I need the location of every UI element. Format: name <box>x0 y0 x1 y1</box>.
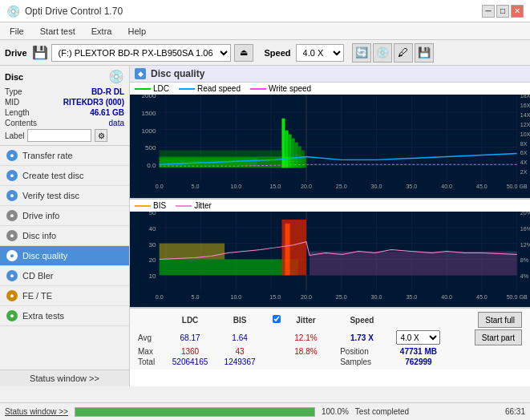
svg-rect-50 <box>160 150 282 168</box>
disc-panel-icon: 💿 <box>108 69 124 84</box>
save-button[interactable]: 💾 <box>415 43 434 63</box>
svg-text:20%: 20% <box>520 212 530 216</box>
status-window-button[interactable]: Status window >> <box>0 370 129 386</box>
drive-select[interactable]: (F:) PLEXTOR BD-R PX-LB950SA 1.06 <box>51 44 231 62</box>
sidebar-item-disc-info[interactable]: ●Disc info <box>0 226 129 246</box>
status-window-button-bottom[interactable]: Status window >> <box>5 407 68 416</box>
svg-text:16%: 16% <box>520 226 530 232</box>
mid-label: MID <box>5 98 19 107</box>
menu-start-test[interactable]: Start test <box>37 26 79 37</box>
speed-label: Speed <box>265 48 291 58</box>
svg-rect-77 <box>160 260 298 276</box>
jitter-legend-color <box>176 205 192 207</box>
sidebar-label-create-test-disc: Create test disc <box>22 171 83 180</box>
drive-selector: 💾 (F:) PLEXTOR BD-R PX-LB950SA 1.06 ⏏ <box>32 44 253 62</box>
disc-label-input[interactable] <box>27 129 91 142</box>
bottom-chart-container: 50 40 30 20 10 20% 16% 12% 8% 4% <box>130 212 530 308</box>
status-bar: Status window >> 100.0% Test completed 6… <box>0 402 530 420</box>
create-test-disc-icon: ● <box>6 170 18 181</box>
max-bis: 43 <box>216 346 264 357</box>
start-part-button[interactable]: Start part <box>475 329 522 345</box>
disc-quality-header: ◆ Disc quality <box>130 66 530 83</box>
disc-label-button[interactable]: ⚙ <box>95 129 107 142</box>
menu-bar: File Start test Extra Help <box>0 22 530 40</box>
speed-header: Speed <box>324 311 386 329</box>
sidebar-label-drive-info: Drive info <box>22 211 59 220</box>
total-bis: 1249367 <box>216 357 264 367</box>
svg-text:50.0 GB: 50.0 GB <box>507 184 528 189</box>
title-bar: 💿 Opti Drive Control 1.70 ─ □ ✕ <box>0 0 530 22</box>
sidebar-label-transfer-rate: Transfer rate <box>22 151 73 160</box>
progress-percent: 100.0% <box>322 407 349 416</box>
elapsed-time: 66:31 <box>505 407 525 416</box>
start-full-button[interactable]: Start full <box>478 312 522 328</box>
sidebar-item-transfer-rate[interactable]: ●Transfer rate <box>0 146 129 166</box>
bottom-chart-legend: BIS Jitter <box>130 199 530 212</box>
svg-text:8X: 8X <box>520 141 528 147</box>
menu-extra[interactable]: Extra <box>88 26 115 37</box>
svg-text:20.0: 20.0 <box>301 294 312 300</box>
refresh-button[interactable]: 🔄 <box>352 43 371 63</box>
svg-text:6X: 6X <box>520 150 528 155</box>
jitter-header: Jitter <box>288 311 324 329</box>
svg-text:4X: 4X <box>520 160 528 165</box>
maximize-button[interactable]: □ <box>496 5 509 18</box>
status-text: Test completed <box>355 407 409 416</box>
ldc-legend-label: LDC <box>153 84 169 93</box>
svg-text:16X: 16X <box>520 103 530 108</box>
sidebar-label-cd-bler: CD Bler <box>22 271 54 281</box>
svg-rect-46 <box>292 139 295 168</box>
sidebar-item-drive-info[interactable]: ●Drive info <box>0 206 129 226</box>
bis-header: BIS <box>216 311 264 329</box>
speed-select-small[interactable]: 4.0 X <box>396 330 440 345</box>
sidebar-item-extra-tests[interactable]: ●Extra tests <box>0 306 129 326</box>
drive-info-icon: ● <box>6 210 18 221</box>
menu-file[interactable]: File <box>6 26 27 37</box>
svg-rect-81 <box>310 252 517 276</box>
svg-text:0.0: 0.0 <box>156 184 164 189</box>
burn-button[interactable]: 🖊 <box>394 43 413 63</box>
close-button[interactable]: ✕ <box>511 5 524 18</box>
speed-select[interactable]: 4.0 X <box>296 44 344 62</box>
sidebar-item-cd-bler[interactable]: ●CD Bler <box>0 266 129 286</box>
length-value: 46.61 GB <box>90 108 124 117</box>
svg-text:10: 10 <box>149 273 157 280</box>
bis-legend-label: BIS <box>153 201 166 210</box>
svg-text:25.0: 25.0 <box>336 184 347 189</box>
svg-rect-43 <box>281 119 285 168</box>
drive-label: Drive <box>5 48 27 58</box>
disc-info-icon: ● <box>6 230 18 241</box>
stats-table: LDC BIS Jitter Speed Start full Avg <box>135 311 525 367</box>
stats-area: LDC BIS Jitter Speed Start full Avg <box>130 308 530 370</box>
write-speed-legend-label: Write speed <box>269 84 311 93</box>
sidebar-item-create-test-disc[interactable]: ●Create test disc <box>0 166 129 186</box>
content-area: ◆ Disc quality LDC Read speed Write spee… <box>130 66 530 386</box>
sidebar-item-disc-quality[interactable]: ●Disc quality <box>0 246 129 266</box>
svg-text:2000: 2000 <box>141 95 156 99</box>
disc-button[interactable]: 💿 <box>373 43 392 63</box>
svg-text:5.0: 5.0 <box>192 184 200 189</box>
sidebar-label-extra-tests: Extra tests <box>22 311 64 321</box>
svg-text:25.0: 25.0 <box>336 294 347 300</box>
avg-ldc: 68.17 <box>164 329 216 346</box>
svg-text:45.0: 45.0 <box>476 184 488 189</box>
disc-quality-icon: ◆ <box>135 68 146 79</box>
minimize-button[interactable]: ─ <box>482 5 495 18</box>
svg-text:15.0: 15.0 <box>269 184 281 189</box>
svg-text:50: 50 <box>149 212 157 216</box>
sidebar-item-verify-test-disc[interactable]: ●Verify test disc <box>0 186 129 206</box>
svg-text:4%: 4% <box>520 273 528 279</box>
disc-quality-icon: ● <box>6 250 18 261</box>
top-chart-container: 2000 1500 1000 500 0.0 18X 16X 14X 12X 1… <box>130 95 530 199</box>
menu-help[interactable]: Help <box>124 26 149 37</box>
position-value: 47731 MB <box>387 346 451 357</box>
svg-text:18X: 18X <box>520 95 530 99</box>
eject-button[interactable]: ⏏ <box>234 44 253 62</box>
speed-value: 1.73 X <box>324 329 386 346</box>
total-ldc: 52064165 <box>164 357 216 367</box>
verify-test-disc-icon: ● <box>6 190 18 201</box>
svg-text:1000: 1000 <box>141 127 156 135</box>
jitter-checkbox[interactable] <box>273 315 281 323</box>
sidebar-label-fe-te: FE / TE <box>22 291 52 301</box>
sidebar-item-fe-te[interactable]: ●FE / TE <box>0 286 129 306</box>
